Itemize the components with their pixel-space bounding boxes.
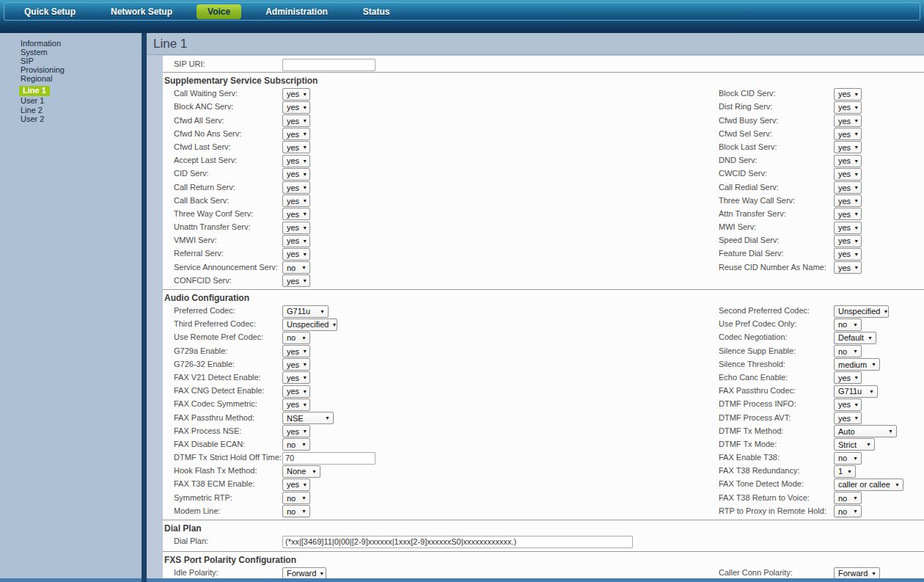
- field-label: Speed Dial Serv:: [719, 236, 780, 244]
- dnd-serv-select[interactable]: yes▼: [834, 155, 862, 167]
- fax-codec-symmetric-select[interactable]: yes▼: [282, 399, 310, 411]
- fax-t38-return-to-voice-select[interactable]: no▼: [834, 492, 862, 504]
- g729a-enable-select[interactable]: yes▼: [282, 345, 310, 357]
- dtmf-tx-strict-hold-off-time-input[interactable]: [282, 452, 375, 465]
- silence-threshold-select[interactable]: medium▼: [834, 358, 880, 371]
- fax-tone-detect-mode-select[interactable]: caller or callee▼: [834, 479, 903, 491]
- three-way-call-serv-select[interactable]: yes▼: [834, 194, 862, 207]
- sip-uri-input[interactable]: [282, 59, 375, 71]
- unattn-transfer-serv-select[interactable]: yes▼: [282, 222, 310, 234]
- field-label: Cfwd All Serv:: [174, 116, 224, 125]
- use-pref-codec-only-select[interactable]: no▼: [834, 319, 862, 331]
- nav-tab-voice[interactable]: Voice: [197, 4, 241, 19]
- call-return-serv-select[interactable]: yes▼: [282, 181, 310, 194]
- field-row: Unattn Transfer Serv:yes▼MWI Serv:yes▼: [163, 220, 924, 233]
- cwcid-serv-select[interactable]: yes▼: [834, 168, 862, 181]
- dist-ring-serv-select[interactable]: yes▼: [834, 101, 862, 114]
- field-control: yes▼: [282, 384, 310, 398]
- cfwd-no-ans-serv-select[interactable]: yes▼: [282, 128, 310, 140]
- fax-v21-detect-enable-select[interactable]: yes▼: [282, 371, 310, 384]
- use-remote-pref-codec-select[interactable]: no▼: [282, 332, 310, 344]
- nav-tab-network-setup[interactable]: Network Setup: [100, 4, 183, 19]
- call-redial-serv-select[interactable]: yes▼: [834, 181, 862, 194]
- silence-supp-enable-select[interactable]: no▼: [834, 345, 862, 357]
- dial-plan-input[interactable]: [282, 536, 633, 548]
- sidebar-item-provisioning[interactable]: Provisioning: [0, 65, 142, 74]
- field-label: G729a Enable:: [174, 346, 227, 355]
- sidebar-item-system[interactable]: System: [0, 48, 142, 57]
- feature-dial-serv-select[interactable]: yes▼: [834, 248, 862, 261]
- field-control: yes▼: [282, 114, 310, 128]
- g726-32-enable-select[interactable]: yes▼: [282, 358, 310, 371]
- third-preferred-codec-select[interactable]: Unspecified▼: [282, 319, 337, 331]
- block-last-serv-select[interactable]: yes▼: [834, 141, 862, 153]
- caller-conn-polarity-select[interactable]: Forward▼: [834, 567, 880, 580]
- symmetric-rtp-select[interactable]: no▼: [282, 492, 310, 504]
- speed-dial-serv-select[interactable]: yes▼: [834, 235, 862, 247]
- fax-passthru-codec-select[interactable]: G711u▼: [834, 385, 878, 398]
- fax-disable-ecan-select[interactable]: no▼: [282, 438, 310, 451]
- field-control: no▼: [282, 261, 310, 274]
- nav-tab-quick-setup[interactable]: Quick Setup: [13, 4, 87, 19]
- call-back-serv-select[interactable]: yes▼: [282, 194, 310, 207]
- vmwi-serv-select[interactable]: yes▼: [282, 235, 310, 247]
- nav-tab-status[interactable]: Status: [352, 4, 401, 19]
- field-row: VMWI Serv:yes▼Speed Dial Serv:yes▼: [163, 233, 924, 247]
- field-control: G711u▼: [282, 304, 329, 318]
- fax-cng-detect-enable-select[interactable]: yes▼: [282, 385, 310, 398]
- fax-process-nse-select[interactable]: yes▼: [282, 425, 310, 437]
- referral-serv-select[interactable]: yes▼: [282, 248, 310, 261]
- cid-serv-select[interactable]: yes▼: [282, 168, 310, 181]
- modem-line-select[interactable]: no▼: [282, 505, 310, 517]
- dtmf-process-info-select[interactable]: yes▼: [834, 399, 862, 411]
- fax-passthru-method-select[interactable]: NSE▼: [282, 412, 334, 424]
- idle-polarity-select[interactable]: Forward▼: [282, 567, 326, 580]
- three-way-conf-serv-select[interactable]: yes▼: [282, 208, 310, 220]
- service-announcement-serv-select[interactable]: no▼: [282, 261, 310, 274]
- call-waiting-serv-select[interactable]: yes▼: [282, 88, 310, 101]
- second-preferred-codec-select[interactable]: Unspecified▼: [834, 305, 889, 318]
- attn-transfer-serv-select[interactable]: yes▼: [834, 208, 862, 220]
- cfwd-sel-serv-select[interactable]: yes▼: [834, 128, 862, 140]
- dtmf-tx-mode-select[interactable]: Strict▼: [834, 438, 875, 451]
- dropdown-arrow-icon: ▼: [853, 322, 858, 327]
- dropdown-arrow-icon: ▼: [869, 389, 874, 394]
- block-cid-serv-select[interactable]: yes▼: [834, 88, 862, 101]
- sidebar-item-user-1[interactable]: User 1: [0, 96, 142, 105]
- nav-tab-administration[interactable]: Administration: [254, 4, 339, 19]
- fax-t38-redundancy-select[interactable]: 1▼: [834, 465, 856, 478]
- sidebar-item-line-1[interactable]: Line 1: [19, 86, 50, 95]
- hook-flash-tx-method-select[interactable]: None▼: [282, 465, 320, 478]
- cfwd-last-serv-select[interactable]: yes▼: [282, 141, 310, 153]
- fax-enable-t38-select[interactable]: no▼: [834, 452, 862, 465]
- field-control: yes▼: [282, 344, 310, 358]
- block-anc-serv-select[interactable]: yes▼: [282, 101, 310, 114]
- field-label: CID Serv:: [174, 169, 209, 178]
- field-label: FAX Tone Detect Mode:: [719, 479, 804, 488]
- field-label: DTMF Process INFO:: [719, 399, 796, 408]
- selected-value: yes: [287, 347, 299, 356]
- cfwd-all-serv-select[interactable]: yes▼: [282, 114, 310, 127]
- selected-value: yes: [287, 374, 299, 382]
- mwi-serv-select[interactable]: yes▼: [834, 222, 862, 234]
- sidebar-item-regional[interactable]: Regional: [0, 74, 142, 83]
- preferred-codec-select[interactable]: G711u▼: [282, 305, 329, 318]
- field-label: Dial Plan:: [174, 536, 208, 545]
- echo-canc-enable-select[interactable]: yes▼: [834, 371, 862, 384]
- cfwd-busy-serv-select[interactable]: yes▼: [834, 114, 862, 127]
- sidebar-item-line-2[interactable]: Line 2: [0, 106, 142, 114]
- sidebar-item-user-2[interactable]: User 2: [0, 114, 142, 123]
- dtmf-tx-method-select[interactable]: Auto▼: [834, 425, 897, 437]
- confcid-serv-select[interactable]: yes▼: [282, 274, 310, 287]
- field-label: VMWI Serv:: [174, 236, 217, 244]
- dtmf-process-avt-select[interactable]: yes▼: [834, 412, 862, 424]
- accept-last-serv-select[interactable]: yes▼: [282, 155, 310, 167]
- fax-t38-ecm-enable-select[interactable]: yes▼: [282, 479, 310, 491]
- sidebar-item-sip[interactable]: SIP: [0, 57, 142, 65]
- sidebar-item-information[interactable]: Information: [0, 39, 142, 48]
- codec-negotiation-select[interactable]: Default▼: [834, 332, 876, 344]
- rtp-to-proxy-in-remote-hold-select[interactable]: no▼: [834, 505, 862, 517]
- field-control: [282, 57, 375, 71]
- reuse-cid-number-as-name-select[interactable]: yes▼: [834, 261, 862, 274]
- section-title: Supplementary Service Subscription: [163, 76, 924, 87]
